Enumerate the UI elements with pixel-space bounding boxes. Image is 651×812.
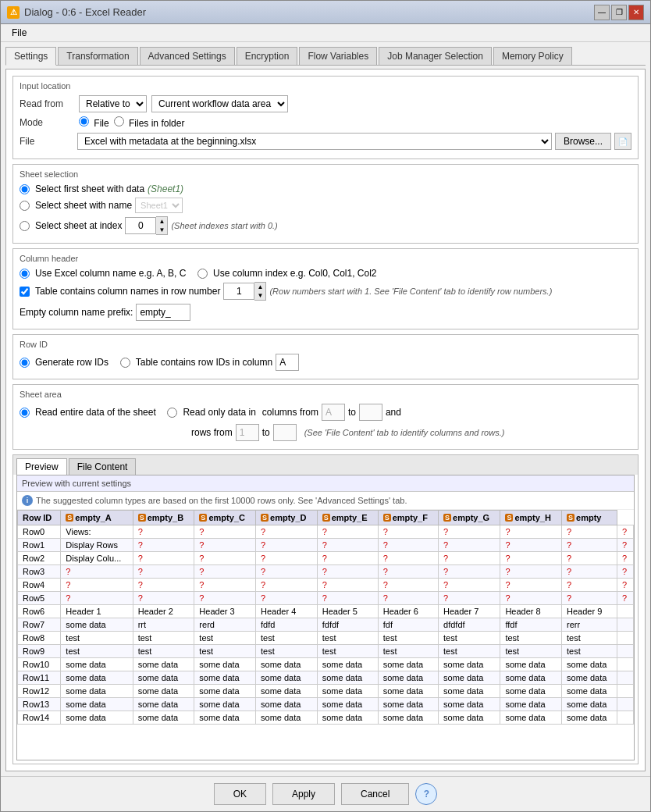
col-names-row: Table contains column names in row numbe…: [20, 282, 631, 301]
table-row: Row8testtesttesttesttesttesttesttesttest: [18, 632, 634, 645]
table-cell: some data: [194, 698, 256, 711]
cell-row-id: Row2: [18, 552, 61, 565]
table-cell: some data: [500, 658, 562, 671]
read-from-select[interactable]: Relative to Absolute: [79, 95, 147, 112]
col-names-checkbox[interactable]: [20, 287, 30, 297]
col-excel-radio[interactable]: [20, 269, 30, 279]
table-cell: ffdf: [500, 618, 562, 632]
table-cell: Header 4: [256, 605, 318, 618]
help-button[interactable]: ?: [415, 783, 437, 805]
row-id-generate-radio[interactable]: [20, 358, 30, 368]
mode-file-label[interactable]: File: [79, 116, 109, 129]
browse-button[interactable]: Browse...: [555, 133, 611, 150]
rows-to-input[interactable]: [273, 424, 297, 441]
tab-job-manager[interactable]: Job Manager Selection: [379, 47, 492, 65]
table-cell: ?: [562, 525, 617, 539]
location-select[interactable]: Current workflow data area Current workf…: [151, 95, 288, 112]
sheet-first-radio[interactable]: [20, 184, 30, 194]
table-row: Row9testtesttesttesttesttesttesttesttest: [18, 645, 634, 658]
table-cell: Views:: [61, 525, 133, 539]
file-menu[interactable]: File: [7, 26, 31, 40]
prefix-input[interactable]: [136, 304, 190, 321]
ok-button[interactable]: OK: [214, 783, 266, 805]
col-header-empty-d: S empty_D: [256, 511, 318, 525]
table-cell: some data: [439, 671, 500, 685]
spinner-up[interactable]: ▲: [156, 217, 167, 226]
table-cell: ?: [194, 592, 256, 605]
col-header-empty-a: S empty_A: [61, 511, 133, 525]
tab-flow-variables[interactable]: Flow Variables: [299, 47, 377, 65]
columns-from-input[interactable]: [322, 404, 345, 421]
sheet-name-radio[interactable]: [20, 201, 30, 211]
table-cell: some data: [439, 711, 500, 725]
tab-file-content[interactable]: File Content: [69, 458, 137, 475]
sheet-first-label: Select first sheet with data: [35, 183, 144, 194]
cancel-button[interactable]: Cancel: [341, 783, 409, 805]
row-number-spinner: ▲ ▼: [223, 282, 266, 301]
table-cell: some data: [378, 658, 438, 671]
title-bar: ⚠ Dialog - 0:6 - Excel Reader — ❐ ✕: [1, 1, 650, 24]
table-cell: [617, 618, 633, 632]
file-icon-button[interactable]: 📄: [614, 133, 631, 150]
table-cell: ?: [194, 539, 256, 552]
close-button[interactable]: ✕: [628, 5, 644, 20]
row-id-section: Row ID Generate row IDs Table contains r…: [12, 334, 639, 379]
table-cell: Header 2: [133, 605, 194, 618]
and-label: and: [386, 407, 401, 418]
table-cell: some data: [439, 658, 500, 671]
tab-transformation[interactable]: Transformation: [58, 47, 137, 65]
sheet-area-entire-radio[interactable]: [20, 408, 30, 418]
row-spinner-down[interactable]: ▼: [254, 291, 265, 300]
table-cell: ?: [317, 539, 378, 552]
cell-row-id: Row0: [18, 525, 61, 539]
tab-memory-policy[interactable]: Memory Policy: [493, 47, 572, 65]
table-cell: ?: [256, 579, 318, 592]
table-cell: ?: [617, 565, 633, 579]
mode-folder-label[interactable]: Files in folder: [114, 116, 185, 129]
file-select[interactable]: Excel with metadata at the beginning.xls…: [77, 133, 552, 150]
table-cell: Display Colu...: [61, 552, 133, 565]
bottom-bar: OK Apply Cancel ?: [1, 776, 650, 811]
row-spinner-up[interactable]: ▲: [254, 283, 265, 291]
col-excel-label: Use Excel column name e.g. A, B, C: [35, 268, 186, 279]
table-cell: ?: [133, 579, 194, 592]
table-cell: some data: [61, 671, 133, 685]
row-number-input[interactable]: [223, 283, 254, 300]
table-cell: [617, 698, 633, 711]
minimize-button[interactable]: —: [594, 5, 610, 20]
sheet-name-select[interactable]: Sheet1: [135, 198, 183, 213]
col-excel-row: Use Excel column name e.g. A, B, C Use c…: [20, 268, 631, 279]
row-id-column-radio[interactable]: [120, 358, 130, 368]
table-cell: ?: [133, 539, 194, 552]
row-id-column-input[interactable]: [276, 354, 299, 371]
row-id-column-label: Table contains row IDs in column: [136, 357, 272, 368]
row-id-generate-label: Generate row IDs: [35, 357, 108, 368]
sheet-index-input[interactable]: [125, 217, 156, 234]
col-index-radio[interactable]: [197, 269, 208, 279]
rows-from-input[interactable]: [236, 424, 259, 441]
apply-button[interactable]: Apply: [272, 783, 335, 805]
preview-table-container[interactable]: Row ID S empty_A S empty_B S empty_C S e…: [17, 510, 634, 760]
sheet-index-radio[interactable]: [20, 221, 30, 231]
sheet-area-partial-radio[interactable]: [167, 408, 177, 418]
table-cell: test: [61, 632, 133, 645]
table-cell: ?: [617, 592, 633, 605]
table-cell: some data: [133, 658, 194, 671]
sheet-first-row: Select first sheet with data (Sheet1): [20, 183, 631, 194]
spinner-down[interactable]: ▼: [156, 226, 167, 234]
col-header-empty-e: S empty_E: [317, 511, 378, 525]
columns-to-input[interactable]: [359, 404, 382, 421]
cell-row-id: Row14: [18, 711, 61, 725]
rows-note: (See 'File Content' tab to identify colu…: [304, 428, 505, 437]
restore-button[interactable]: ❐: [611, 5, 627, 20]
table-cell: ?: [500, 552, 562, 565]
tab-encryption[interactable]: Encryption: [237, 47, 298, 65]
table-cell: Header 7: [439, 605, 500, 618]
mode-file-radio[interactable]: [79, 116, 89, 126]
mode-folder-radio[interactable]: [114, 116, 124, 126]
table-cell: some data: [317, 711, 378, 725]
table-cell: dfdfdf: [439, 618, 500, 632]
tab-preview[interactable]: Preview: [16, 458, 67, 475]
tab-settings[interactable]: Settings: [5, 47, 56, 66]
tab-advanced-settings[interactable]: Advanced Settings: [140, 47, 235, 65]
